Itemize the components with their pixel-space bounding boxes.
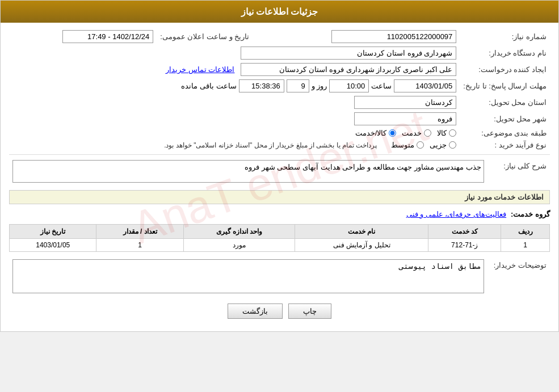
col-date: تاریخ نیاز [10,225,96,239]
category-khedmat-radio[interactable] [424,129,431,137]
cell-quantity: 1 [96,239,183,252]
province-value: کردستان [9,94,460,111]
announce-datetime-input: 1402/12/24 - 17:49 [62,30,153,43]
buyer-notes-label: توضیحات خریدار: [487,258,550,297]
purchase-type-label: نوع فرآیند خرید : [460,139,550,151]
table-row: 1 ز-71-712 تحلیل و آزمایش فنی مورد 1 140… [10,239,550,252]
deadline-label: مهلت ارسال پاسخ: تا تاریخ: [460,78,550,94]
print-button[interactable]: چاپ [288,304,331,319]
back-button[interactable]: بازگشت [228,304,283,319]
cell-date: 1403/01/05 [10,239,96,252]
city-input: فروه [354,112,456,125]
page-header: جزئیات اطلاعات نیاز [1,1,558,23]
creator-value: علی اکبر ناصری کاربرداز شهرداری فروه است… [9,61,460,78]
description-value: جذب مهندسین مشاور جهت مطالعه و طراحی هدا… [9,158,487,184]
purchase-jozvi-radio[interactable] [449,141,456,149]
purchase-motaset-label: متوسط [391,141,414,149]
creator-input: علی اکبر ناصری کاربرداز شهرداری فروه است… [241,63,456,76]
buyer-notes-value [9,258,487,297]
cell-code: ز-71-712 [428,239,501,252]
cell-unit: مورد [183,239,295,252]
creator-label: ایجاد کننده درخواست: [460,61,550,78]
category-kala-khedmat-item: کالا/خدمت [355,129,397,137]
deadline-day-label: روز و [312,82,327,90]
purchase-type-options: جزیی متوسط پرداخت تمام یا بخشی از مبلغ خ… [9,139,460,151]
need-number-label: شماره نیاز: [460,28,550,45]
category-options: کالا خدمت کالا/خدمت [9,127,460,139]
category-label: طبقه بندی موضوعی: [460,127,550,139]
announce-datetime-label: تاریخ و ساعت اعلان عمومی: [157,28,260,45]
purchase-motaset-item: متوسط [391,141,424,149]
button-row: چاپ بازگشت [9,297,550,326]
category-kala-khedmat-label: کالا/خدمت [355,129,387,137]
announce-datetime-value: 1402/12/24 - 17:49 [9,28,157,45]
purchase-note: پرداخت تمام یا بخشی از مبلغ خریدار از مح… [164,141,377,149]
deadline-time-input: 10:00 [329,79,369,92]
service-group-value[interactable]: فعالیت‌های حرفه‌ای، علمی و فنی [406,210,506,218]
contact-link[interactable]: اطلاعات تماس خریدار [166,65,234,74]
page-title: جزئیات اطلاعات نیاز [241,7,318,16]
info-table: شماره نیاز: 1102005122000097 تاریخ و ساع… [9,28,550,151]
category-kala-label: کالا [437,129,447,137]
category-khedmat-label: خدمت [402,129,422,137]
services-section-title: اطلاعات خدمات مورد نیاز [9,190,550,204]
city-label: شهر محل تحویل: [460,111,550,127]
col-code: کد خدمت [428,225,501,239]
deadline-value: 1403/01/05 ساعت 10:00 روز و 9 15:38:36 س… [9,78,460,94]
buyer-notes-input[interactable] [12,259,484,293]
buyer-org-label: نام دستگاه خریدار: [460,45,550,61]
purchase-motaset-radio[interactable] [417,141,424,149]
description-table: شرح کلی نیاز: جذب مهندسین مشاور جهت مطال… [9,158,550,184]
deadline-remaining-input: 15:38:36 [239,79,284,92]
col-name: نام خدمت [295,225,428,239]
purchase-jozvi-label: جزیی [430,141,447,149]
province-input: کردستان [354,96,456,109]
description-input: جذب مهندسین مشاور جهت مطالعه و طراحی هدا… [12,160,484,183]
province-label: استان محل تحویل: [460,94,550,111]
category-khedmat-item: خدمت [402,129,431,137]
services-table: ردیف کد خدمت نام خدمت واحد اندازه گیری ت… [9,224,550,252]
category-kala-khedmat-radio[interactable] [389,129,396,137]
deadline-time-label: ساعت [371,82,392,90]
purchase-jozvi-item: جزیی [430,141,456,149]
col-row: ردیف [501,225,550,239]
buyer-org-value: شهرداری فروه استان کردستان [9,45,460,61]
deadline-remaining-label: ساعت باقی مانده [181,82,236,90]
category-kala-item: کالا [437,129,456,137]
need-number-input: 1102005122000097 [331,30,456,43]
city-value: فروه [9,111,460,127]
need-number-value: 1102005122000097 [260,28,460,45]
col-unit: واحد اندازه گیری [183,225,295,239]
col-quantity: تعداد / مقدار [96,225,183,239]
description-label: شرح کلی نیاز: [487,158,550,184]
category-kala-radio[interactable] [449,129,456,137]
cell-name: تحلیل و آزمایش فنی [295,239,428,252]
buyer-org-input: شهرداری فروه استان کردستان [241,47,456,60]
notes-table: توضیحات خریدار: [9,258,550,297]
deadline-date-input: 1403/01/05 [394,79,456,92]
service-group-label: گروه خدمت: [511,210,550,218]
cell-row: 1 [501,239,550,252]
deadline-days-input: 9 [287,79,309,92]
service-group-row: گروه خدمت: فعالیت‌های حرفه‌ای، علمی و فن… [9,208,550,221]
